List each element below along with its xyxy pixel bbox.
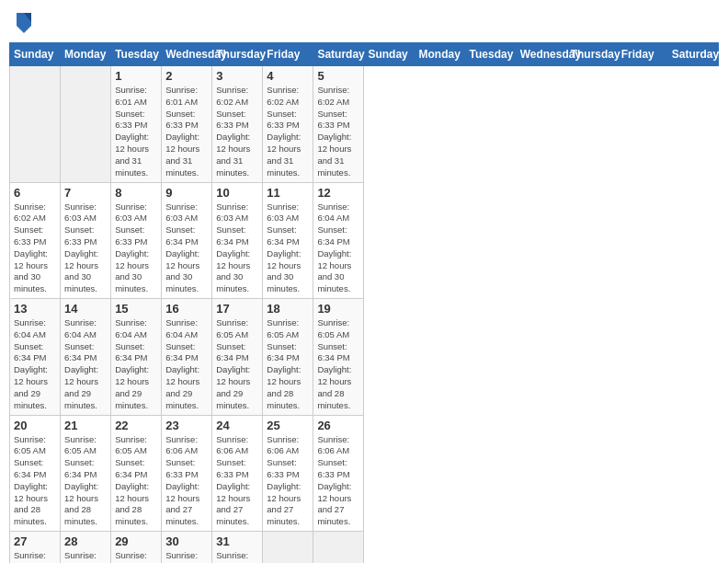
calendar-cell: 23Sunrise: 6:06 AM Sunset: 6:33 PM Dayli…	[162, 415, 212, 532]
day-number: 26	[317, 419, 359, 432]
column-header-saturday: Saturday	[667, 43, 718, 66]
cell-info: Sunrise: 6:04 AM Sunset: 6:34 PM Dayligh…	[165, 317, 208, 412]
cell-info: Sunrise: 6:03 AM Sunset: 6:33 PM Dayligh…	[64, 201, 107, 296]
day-number: 12	[317, 186, 359, 200]
day-number: 24	[216, 419, 258, 432]
cell-info: Sunrise: 6:02 AM Sunset: 6:33 PM Dayligh…	[216, 85, 258, 179]
calendar-cell	[263, 532, 313, 564]
day-number: 7	[64, 186, 107, 200]
calendar-cell: 10Sunrise: 6:03 AM Sunset: 6:34 PM Dayli…	[212, 182, 263, 299]
cell-info: Sunrise: 6:03 AM Sunset: 6:34 PM Dayligh…	[267, 201, 309, 296]
day-number: 5	[317, 69, 359, 83]
cell-info: Sunrise: 6:06 AM Sunset: 6:33 PM Dayligh…	[317, 434, 359, 529]
day-number: 2	[165, 69, 208, 83]
calendar-cell: 8Sunrise: 6:03 AM Sunset: 6:33 PM Daylig…	[111, 182, 162, 299]
cell-info: Sunrise: 6:01 AM Sunset: 6:33 PM Dayligh…	[115, 85, 157, 179]
column-header-tuesday: Tuesday	[111, 43, 162, 66]
day-number: 28	[64, 534, 107, 548]
calendar-cell: 21Sunrise: 6:05 AM Sunset: 6:34 PM Dayli…	[61, 415, 111, 532]
cell-info: Sunrise: 6:06 AM Sunset: 6:33 PM Dayligh…	[115, 550, 157, 563]
day-number: 14	[64, 302, 107, 316]
day-number: 30	[165, 534, 208, 548]
day-number: 9	[165, 186, 208, 200]
cell-info: Sunrise: 6:06 AM Sunset: 6:33 PM Dayligh…	[165, 550, 208, 563]
day-number: 4	[267, 69, 309, 83]
calendar-cell: 11Sunrise: 6:03 AM Sunset: 6:34 PM Dayli…	[263, 182, 313, 299]
calendar-table: SundayMondayTuesdayWednesdayThursdayFrid…	[9, 42, 719, 563]
column-header-sunday: Sunday	[10, 43, 61, 66]
cell-info: Sunrise: 6:03 AM Sunset: 6:33 PM Dayligh…	[115, 201, 157, 296]
calendar-cell: 12Sunrise: 6:04 AM Sunset: 6:34 PM Dayli…	[313, 182, 364, 299]
day-number: 11	[267, 186, 309, 200]
calendar-week-row: 20Sunrise: 6:05 AM Sunset: 6:34 PM Dayli…	[10, 415, 719, 532]
calendar-cell: 20Sunrise: 6:05 AM Sunset: 6:34 PM Dayli…	[10, 415, 61, 532]
calendar-cell: 4Sunrise: 6:02 AM Sunset: 6:33 PM Daylig…	[263, 66, 313, 183]
day-number: 13	[14, 302, 56, 316]
cell-info: Sunrise: 6:07 AM Sunset: 6:32 PM Dayligh…	[216, 550, 258, 563]
column-header-wednesday: Wednesday	[162, 43, 212, 66]
column-header-thursday: Thursday	[212, 43, 263, 66]
calendar-cell	[313, 532, 364, 564]
calendar-cell: 1Sunrise: 6:01 AM Sunset: 6:33 PM Daylig…	[111, 66, 162, 183]
calendar-cell: 18Sunrise: 6:05 AM Sunset: 6:34 PM Dayli…	[263, 299, 313, 416]
calendar-week-row: 6Sunrise: 6:02 AM Sunset: 6:33 PM Daylig…	[10, 182, 719, 299]
calendar-cell: 24Sunrise: 6:06 AM Sunset: 6:33 PM Dayli…	[212, 415, 263, 532]
day-number: 3	[216, 69, 258, 83]
cell-info: Sunrise: 6:02 AM Sunset: 6:33 PM Dayligh…	[14, 201, 56, 296]
cell-info: Sunrise: 6:06 AM Sunset: 6:33 PM Dayligh…	[216, 434, 258, 529]
cell-info: Sunrise: 6:04 AM Sunset: 6:34 PM Dayligh…	[14, 317, 56, 412]
calendar-cell: 19Sunrise: 6:05 AM Sunset: 6:34 PM Dayli…	[313, 299, 364, 416]
column-header-thursday: Thursday	[566, 43, 617, 66]
logo	[13, 9, 39, 35]
day-number: 18	[267, 302, 309, 316]
calendar-week-row: 13Sunrise: 6:04 AM Sunset: 6:34 PM Dayli…	[10, 299, 719, 416]
page-header	[9, 9, 719, 35]
calendar-cell: 31Sunrise: 6:07 AM Sunset: 6:32 PM Dayli…	[212, 532, 263, 564]
cell-info: Sunrise: 6:06 AM Sunset: 6:33 PM Dayligh…	[165, 434, 208, 529]
calendar-cell: 16Sunrise: 6:04 AM Sunset: 6:34 PM Dayli…	[162, 299, 212, 416]
column-header-friday: Friday	[263, 43, 313, 66]
cell-info: Sunrise: 6:05 AM Sunset: 6:34 PM Dayligh…	[267, 317, 309, 412]
cell-info: Sunrise: 6:06 AM Sunset: 6:33 PM Dayligh…	[14, 550, 56, 563]
cell-info: Sunrise: 6:02 AM Sunset: 6:33 PM Dayligh…	[267, 85, 309, 179]
day-number: 25	[267, 419, 309, 432]
column-header-tuesday: Tuesday	[465, 43, 516, 66]
calendar-cell: 7Sunrise: 6:03 AM Sunset: 6:33 PM Daylig…	[61, 182, 111, 299]
column-header-monday: Monday	[415, 43, 465, 66]
cell-info: Sunrise: 6:06 AM Sunset: 6:33 PM Dayligh…	[267, 434, 309, 529]
day-number: 8	[115, 186, 157, 200]
day-number: 27	[14, 534, 56, 548]
day-number: 1	[115, 69, 157, 83]
column-header-wednesday: Wednesday	[516, 43, 566, 66]
cell-info: Sunrise: 6:02 AM Sunset: 6:33 PM Dayligh…	[317, 85, 359, 179]
column-header-sunday: Sunday	[364, 43, 415, 66]
calendar-cell: 28Sunrise: 6:06 AM Sunset: 6:33 PM Dayli…	[61, 532, 111, 564]
calendar-week-row: 27Sunrise: 6:06 AM Sunset: 6:33 PM Dayli…	[10, 532, 719, 564]
cell-info: Sunrise: 6:05 AM Sunset: 6:34 PM Dayligh…	[216, 317, 258, 412]
column-header-friday: Friday	[617, 43, 667, 66]
column-header-saturday: Saturday	[313, 43, 364, 66]
day-number: 23	[165, 419, 208, 432]
day-number: 22	[115, 419, 157, 432]
calendar-cell: 25Sunrise: 6:06 AM Sunset: 6:33 PM Dayli…	[263, 415, 313, 532]
day-number: 15	[115, 302, 157, 316]
cell-info: Sunrise: 6:05 AM Sunset: 6:34 PM Dayligh…	[14, 434, 56, 529]
day-number: 21	[64, 419, 107, 432]
cell-info: Sunrise: 6:01 AM Sunset: 6:33 PM Dayligh…	[165, 85, 208, 179]
day-number: 6	[14, 186, 56, 200]
day-number: 20	[14, 419, 56, 432]
cell-info: Sunrise: 6:03 AM Sunset: 6:34 PM Dayligh…	[216, 201, 258, 296]
calendar-cell: 29Sunrise: 6:06 AM Sunset: 6:33 PM Dayli…	[111, 532, 162, 564]
calendar-cell: 14Sunrise: 6:04 AM Sunset: 6:34 PM Dayli…	[61, 299, 111, 416]
column-header-monday: Monday	[61, 43, 111, 66]
cell-info: Sunrise: 6:03 AM Sunset: 6:34 PM Dayligh…	[165, 201, 208, 296]
day-number: 10	[216, 186, 258, 200]
day-number: 17	[216, 302, 258, 316]
calendar-cell: 15Sunrise: 6:04 AM Sunset: 6:34 PM Dayli…	[111, 299, 162, 416]
calendar-cell	[61, 66, 111, 183]
day-number: 29	[115, 534, 157, 548]
cell-info: Sunrise: 6:06 AM Sunset: 6:33 PM Dayligh…	[64, 550, 107, 563]
calendar-week-row: 1Sunrise: 6:01 AM Sunset: 6:33 PM Daylig…	[10, 66, 719, 183]
calendar-cell: 6Sunrise: 6:02 AM Sunset: 6:33 PM Daylig…	[10, 182, 61, 299]
cell-info: Sunrise: 6:04 AM Sunset: 6:34 PM Dayligh…	[115, 317, 157, 412]
